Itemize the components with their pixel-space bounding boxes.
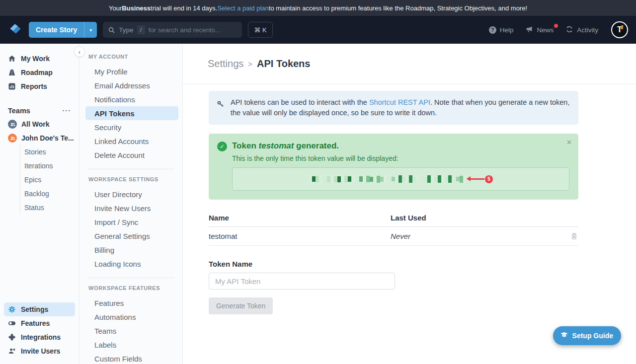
settings-nav-item-delete-account[interactable]: Delete Account: [85, 148, 178, 162]
select-paid-plan-link[interactable]: Select a paid plan: [217, 4, 268, 12]
trial-text: Your: [109, 4, 122, 12]
settings-nav-item-automations[interactable]: Automations: [85, 310, 178, 324]
settings-nav-label: Billing: [94, 246, 114, 254]
trial-text: trial will end in 14 days.: [151, 4, 217, 12]
news-button[interactable]: News: [525, 25, 554, 35]
sidebar-item-label: Settings: [21, 305, 48, 313]
delete-token-button[interactable]: [564, 232, 578, 240]
create-story-button[interactable]: Create Story ▾: [29, 22, 97, 38]
sidebar-item-roadmap[interactable]: Roadmap: [4, 66, 75, 79]
news-label: News: [537, 26, 554, 34]
settings-nav-label: Teams: [94, 327, 116, 335]
column-header-last-used: Last Used: [391, 214, 564, 222]
subitem-label: Backlog: [24, 190, 49, 198]
sidebar-item-reports[interactable]: Reports: [4, 79, 75, 93]
sidebar-item-stories[interactable]: Stories: [20, 145, 79, 159]
settings-nav-item-invite-new-users[interactable]: Invite New Users: [85, 201, 178, 215]
avatar-accent-mark: [621, 25, 623, 29]
sidebar-item-my-work[interactable]: My Work: [4, 52, 75, 66]
sidebar-item-epics[interactable]: Epics: [20, 173, 79, 187]
settings-nav-item-billing[interactable]: Billing: [85, 243, 178, 257]
search-placeholder: for search and recents...: [149, 26, 221, 34]
breadcrumb-settings[interactable]: Settings: [208, 58, 243, 70]
workspace-avatar[interactable]: T: [611, 21, 628, 38]
settings-nav-item-security[interactable]: Security: [85, 120, 178, 134]
shortcut-rest-api-link[interactable]: Shortcut REST API: [369, 98, 430, 106]
create-story-dropdown[interactable]: ▾: [84, 22, 97, 38]
info-banner: API tokens can be used to interact with …: [209, 91, 578, 125]
tokens-table: Name Last Used testomat Never: [209, 214, 578, 246]
search-type-hint: Type: [119, 26, 133, 34]
subitem-label: Epics: [24, 176, 41, 184]
sidebar-item-backlog[interactable]: Backlog: [20, 187, 79, 201]
breadcrumb: Settings > API Tokens: [183, 44, 636, 84]
settings-nav-item-import-sync[interactable]: Import / Sync: [85, 215, 178, 229]
create-story-label[interactable]: Create Story: [29, 22, 84, 38]
sidebar: My Work Roadmap Reports: [0, 44, 80, 364]
help-button[interactable]: ? Help: [489, 26, 514, 34]
settings-nav-label: Security: [94, 123, 121, 132]
megaphone-icon: [525, 25, 533, 35]
sidebar-item-status[interactable]: Status: [20, 201, 79, 215]
content-area: ‹ My Work Roadmap: [0, 44, 636, 364]
settings-nav-label: General Settings: [94, 232, 150, 240]
shortcut-logo-icon[interactable]: [8, 22, 23, 37]
keyboard-shortcut-hint[interactable]: ⌘ K: [248, 22, 272, 38]
app-window: Your Business trial will end in 14 days.…: [0, 0, 636, 364]
top-nav: Create Story ▾ Type / for search and rec…: [0, 16, 636, 44]
sidebar-item-iterations[interactable]: Iterations: [20, 159, 79, 173]
info-text-part: API tokens can be used to interact with …: [231, 98, 369, 106]
settings-nav-item-email-addresses[interactable]: Email Addresses: [85, 78, 178, 92]
sidebar-item-label: Roadmap: [21, 69, 53, 76]
sidebar-item-invite-users[interactable]: Invite Users: [4, 344, 75, 358]
settings-nav-label: Labels: [94, 341, 116, 349]
settings-nav-label: Notifications: [94, 95, 135, 104]
alert-title-part: generated.: [294, 141, 339, 150]
info-text: API tokens can be used to interact with …: [231, 97, 570, 118]
settings-nav-label: User Directory: [94, 190, 142, 199]
settings-nav-item-labels[interactable]: Labels: [85, 338, 178, 352]
settings-nav-label: Import / Sync: [94, 218, 138, 226]
column-header-name: Name: [209, 214, 391, 222]
sidebar-item-label: Integrations: [21, 333, 61, 341]
search-input[interactable]: Type / for search and recents...: [103, 22, 242, 38]
generate-token-button[interactable]: Generate Token: [209, 297, 273, 314]
close-icon[interactable]: ×: [567, 138, 571, 147]
settings-nav-item-loading-icons[interactable]: Loading Icons: [85, 257, 178, 271]
table-header-row: Name Last Used: [209, 214, 578, 227]
settings-nav-item-user-directory[interactable]: User Directory: [85, 187, 178, 201]
team-subnav: Stories Iterations Epics Backlog Status: [20, 145, 79, 215]
toggle-icon: [8, 319, 16, 327]
settings-nav-item-teams[interactable]: Teams: [85, 324, 178, 338]
settings-nav-section-header: WORKSPACE SETTINGS: [83, 169, 178, 187]
sidebar-team-john-does-team[interactable]: John Doe's Te...: [0, 131, 79, 145]
settings-nav-item-linked-accounts[interactable]: Linked Accounts: [85, 134, 178, 148]
gear-icon: [8, 305, 16, 313]
teams-menu-icon[interactable]: ···: [63, 107, 72, 115]
sidebar-item-features[interactable]: Features: [4, 316, 75, 330]
sidebar-item-integrations[interactable]: Integrations: [4, 330, 75, 344]
token-generated-alert: ✓ × Token testomat generated. This is th…: [209, 134, 578, 200]
settings-nav-item-features[interactable]: Features: [85, 296, 178, 310]
help-icon: ?: [489, 26, 496, 34]
sidebar-item-settings[interactable]: Settings: [4, 302, 75, 316]
settings-nav-item-notifications[interactable]: Notifications: [85, 92, 178, 106]
setup-guide-button[interactable]: Setup Guide: [553, 326, 621, 345]
collapse-sidebar-button[interactable]: ‹: [74, 46, 85, 57]
sidebar-team-all-work[interactable]: All Work: [0, 117, 79, 131]
activity-button[interactable]: Activity: [565, 25, 598, 35]
road-icon: [8, 69, 16, 76]
slash-key-hint: /: [137, 25, 145, 34]
settings-nav-item-api-tokens[interactable]: API Tokens: [85, 106, 178, 120]
settings-nav-label: Features: [94, 299, 124, 307]
settings-nav-item-my-profile[interactable]: My Profile: [85, 65, 178, 78]
sidebar-item-label: Invite Users: [21, 347, 60, 355]
settings-nav-item-custom-fields[interactable]: Custom Fields: [85, 352, 178, 364]
search-icon: [108, 26, 115, 34]
token-name-input[interactable]: [209, 273, 395, 290]
settings-nav-label: My Profile: [94, 68, 128, 76]
annotation-arrow: 5: [468, 175, 493, 183]
alert-token-name: testomat: [259, 141, 294, 150]
settings-nav-item-general-settings[interactable]: General Settings: [85, 229, 178, 243]
subitem-label: Status: [24, 204, 44, 212]
